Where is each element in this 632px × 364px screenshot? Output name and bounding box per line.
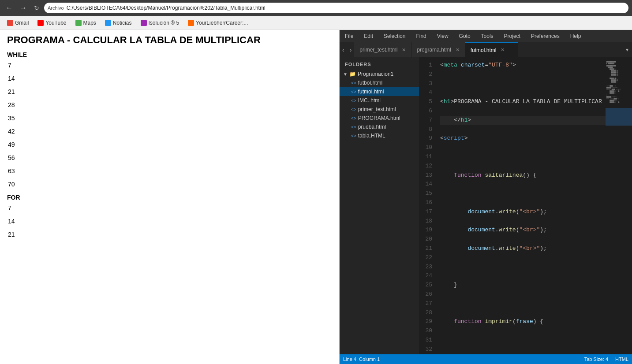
code-line-4: </h1> [440,116,606,125]
file-primer-test-label: primer_test.html [358,106,396,112]
menu-tools[interactable]: Tools [479,32,495,40]
menu-find[interactable]: Find [414,32,428,40]
tab-programa[interactable]: programa.html ✕ [411,42,465,57]
file-prueba[interactable]: <> prueba.html [340,123,419,131]
file-futmol-label: futmol.html [358,89,384,95]
code-area[interactable]: 12345 678910 1112131415 1617181920 21222… [419,57,632,354]
refresh-button[interactable]: ↻ [32,4,41,12]
bookmark-noticias-label: Noticias [113,20,132,26]
minimap: ████████████ █ ████████ ████████████ ███… [606,57,632,354]
bookmark-isolucion[interactable]: Isolución ® 5 [137,19,183,27]
status-bar: Line 4, Column 1 Tab Size: 4 HTML [340,354,632,364]
bookmark-isolucion-label: Isolución ® 5 [149,20,180,26]
folder-name: Programacion1 [358,71,393,77]
preview-while-35: 35 [7,115,332,122]
tab-primer-test[interactable]: primer_test.html ✕ [354,42,411,57]
folder-programacion1[interactable]: ▼ 📁 Programacion1 [340,70,419,78]
folder-icon: 📁 [349,71,356,77]
file-code-icon-5: <> [351,116,356,121]
tab-futmol-close[interactable]: ✕ [501,47,505,53]
bookmark-youtube[interactable]: YouTube [34,19,70,27]
code-line-1: <meta charset="UTF-8"> [440,61,606,70]
folders-header: FOLDERS [340,59,419,70]
youtube-icon [37,20,44,26]
address-bar[interactable]: Archivo C:/Users/BIBLIOTECA64/Desktop/Ma… [44,3,628,13]
menu-preferences[interactable]: Preferences [529,32,561,40]
file-code-icon: <> [351,81,356,85]
menu-file[interactable]: File [343,32,355,40]
code-line-3: <h1>PROGRAMA - CALCULAR LA TABLA DE MULT… [440,97,606,107]
address-prefix: Archivo [48,5,64,11]
file-code-icon-3: <> [351,98,356,103]
forward-button[interactable]: → [18,3,29,13]
preview-while-56: 56 [7,154,332,161]
file-imc-label: IMC..html [358,97,381,104]
code-line-13: } [440,281,606,290]
editor-area: File Edit Selection Find View Goto Tools… [340,30,632,364]
folder-arrow-icon: ▼ [343,72,348,77]
tab-programa-close[interactable]: ✕ [456,47,460,53]
preview-while-49: 49 [7,141,332,148]
preview-title: PROGRAMA - CALCULAR LA TABLA DE MULTIPLI… [7,34,332,46]
file-futbol[interactable]: <> futbol.html [340,78,419,87]
file-tabla[interactable]: <> tabla.HTML [340,131,419,140]
file-code-icon-6: <> [351,125,356,130]
menu-project[interactable]: Project [502,32,522,40]
file-primer-test[interactable]: <> primer_test.html [340,105,419,114]
browser-preview: PROGRAMA - CALCULAR LA TABLA DE MULTIPLI… [0,30,340,364]
menu-goto[interactable]: Goto [457,32,472,40]
tab-more-button[interactable]: ▾ [622,42,632,57]
tab-primer-test-close[interactable]: ✕ [402,47,406,53]
bookmark-noticias[interactable]: Noticias [101,19,135,27]
liebherr-icon [188,20,194,26]
file-futmol[interactable]: <> futmol.html [340,87,419,96]
status-position: Line 4, Column 1 [343,357,380,362]
status-language: HTML [615,357,628,362]
maps-icon [75,20,82,26]
file-code-icon-4: <> [351,107,356,112]
preview-while-28: 28 [7,101,332,108]
tab-nav-prev[interactable]: ‹ [340,42,347,57]
code-line-11: document.write("<br>"); [440,244,606,253]
bookmark-youtube-label: YouTube [45,20,66,26]
bookmark-maps[interactable]: Maps [72,19,100,27]
bookmarks-bar: Gmail YouTube Maps Noticias Isolución ® … [0,16,632,30]
bookmark-gmail[interactable]: Gmail [4,19,32,27]
tab-futmol-label: futmol.html [471,47,497,53]
code-line-2 [440,79,606,89]
tab-nav-next[interactable]: › [347,42,355,57]
file-imc[interactable]: <> IMC..html [340,96,419,105]
file-programa[interactable]: <> PROGRAMA.html [340,114,419,123]
code-line-5: <script> [440,134,606,143]
code-line-14 [440,299,606,308]
bookmark-liebherr[interactable]: YourLiebherrCareer:... [184,19,251,27]
file-tree: FOLDERS ▼ 📁 Programacion1 <> futbol.html… [340,57,419,354]
tab-futmol[interactable]: futmol.html ✕ [465,42,518,57]
preview-while-7: 7 [7,62,332,69]
preview-while-label: WHILE [7,51,332,58]
preview-for-7: 7 [7,204,332,212]
code-line-12 [440,263,606,272]
minimap-content: ████████████ █ ████████ ████████████ ███… [606,57,632,107]
tab-primer-test-label: primer_test.html [359,47,397,53]
gmail-icon [7,20,13,26]
preview-while-14: 14 [7,75,332,82]
menu-edit[interactable]: Edit [362,32,375,40]
bookmark-gmail-label: Gmail [15,20,29,26]
address-text: C:/Users/BIBLIOTECA64/Desktop/Manuel/Pro… [67,5,266,11]
editor-menubar: File Edit Selection Find View Goto Tools… [340,30,632,42]
file-code-icon-7: <> [351,134,356,138]
tab-programa-label: programa.html [417,47,451,53]
menu-view[interactable]: View [435,32,450,40]
code-content[interactable]: <meta charset="UTF-8"> <h1>PROGRAMA - CA… [437,57,606,354]
preview-while-70: 70 [7,181,332,188]
browser-topbar: ← → ↻ Archivo C:/Users/BIBLIOTECA64/Desk… [0,0,632,16]
menu-help[interactable]: Help [568,32,583,40]
noticias-icon [105,20,111,26]
status-tab-size: Tab Size: 4 [584,357,608,362]
file-tabla-label: tabla.HTML [358,133,385,139]
code-line-10: document.write("<br>"); [440,226,606,235]
menu-selection[interactable]: Selection [382,32,407,40]
bookmark-liebherr-label: YourLiebherrCareer:... [196,20,248,26]
back-button[interactable]: ← [4,3,15,13]
